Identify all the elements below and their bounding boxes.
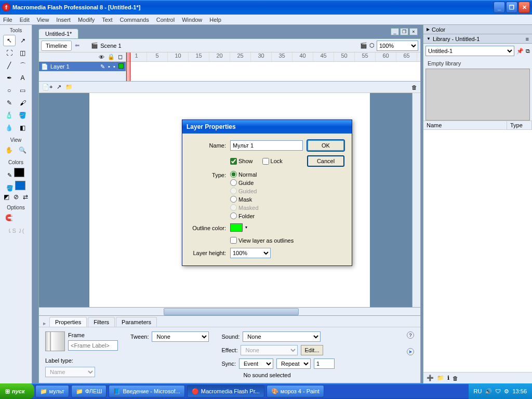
- new-folder-icon[interactable]: 📁: [437, 375, 444, 381]
- edit-symbol-icon[interactable]: ⬡: [369, 42, 375, 49]
- layer-height-select[interactable]: 100%: [230, 248, 271, 258]
- zoom-tool[interactable]: 🔍: [17, 144, 29, 156]
- frame-row[interactable]: [126, 62, 420, 71]
- panel-collapse-icon[interactable]: ▸: [43, 320, 46, 327]
- eye-column-icon[interactable]: 👁: [99, 54, 104, 60]
- no-color-button[interactable]: ⊘: [12, 193, 20, 201]
- type-folder-radio[interactable]: Folder: [230, 212, 303, 219]
- line-tool[interactable]: ╱: [3, 60, 16, 71]
- new-symbol-icon[interactable]: ➕: [427, 375, 434, 381]
- subselection-tool[interactable]: ↗: [17, 35, 29, 46]
- insert-layer-icon[interactable]: 📄+: [42, 84, 52, 90]
- ok-button[interactable]: OK: [307, 140, 344, 151]
- gradient-transform-tool[interactable]: ◫: [17, 47, 29, 59]
- start-button[interactable]: ⊞ пуск: [0, 383, 34, 399]
- library-panel-header[interactable]: ▼ Library - Untitled-1 ≡: [423, 34, 532, 44]
- rectangle-tool[interactable]: ▭: [17, 85, 29, 96]
- scene-name[interactable]: Scene 1: [100, 43, 121, 49]
- type-guide-radio[interactable]: Guide: [230, 179, 303, 186]
- taskbar-item[interactable]: 🎨мороз 4 - Paint: [267, 385, 324, 397]
- color-panel-header[interactable]: ▶ Color: [423, 25, 532, 34]
- timeline-button[interactable]: Timeline: [41, 41, 72, 51]
- ink-bottle-tool[interactable]: 🧴: [3, 110, 16, 121]
- taskbar-item-active[interactable]: 🔴Macromedia Flash Pr...: [187, 385, 264, 397]
- menu-modify[interactable]: Modify: [78, 17, 95, 23]
- close-button[interactable]: ✕: [518, 2, 530, 13]
- fill-color[interactable]: [15, 181, 25, 190]
- layer-name-input[interactable]: [230, 140, 303, 151]
- clock[interactable]: 13:56: [512, 388, 527, 394]
- back-arrow-icon[interactable]: ⬅: [75, 42, 79, 49]
- brush-tool[interactable]: 🖌: [17, 97, 29, 109]
- properties-tab[interactable]: Properties: [49, 317, 87, 327]
- selection-tool[interactable]: ↖: [3, 35, 16, 46]
- eyedropper-tool[interactable]: 💧: [3, 122, 16, 134]
- sync-select[interactable]: Event: [239, 358, 273, 369]
- zoom-select[interactable]: 100%: [377, 41, 418, 51]
- tray-icon[interactable]: ⚙: [504, 388, 509, 395]
- outline-column-icon[interactable]: ◻: [118, 54, 123, 60]
- pen-tool[interactable]: ✒: [3, 72, 16, 84]
- maximize-button[interactable]: ❐: [506, 2, 517, 13]
- menu-window[interactable]: Window: [182, 17, 202, 23]
- horizontal-scrollbar[interactable]: [39, 307, 420, 315]
- oval-tool[interactable]: ○: [3, 85, 16, 96]
- tray-icon[interactable]: 🔊: [485, 388, 492, 395]
- doc-restore-button[interactable]: ❐: [400, 28, 408, 35]
- document-tab[interactable]: Untitled-1*: [38, 29, 78, 38]
- menu-edit[interactable]: Edit: [20, 17, 30, 23]
- tray-icon[interactable]: 🛡: [495, 388, 501, 394]
- frame-label-input[interactable]: [68, 340, 118, 351]
- delete-symbol-icon[interactable]: 🗑: [453, 375, 458, 381]
- lasso-tool[interactable]: ⌒: [17, 60, 29, 71]
- menu-text[interactable]: Text: [102, 17, 112, 23]
- view-as-outlines-checkbox[interactable]: View layer as outlines: [230, 237, 303, 244]
- symbol-properties-icon[interactable]: ℹ: [447, 375, 449, 381]
- smooth-option[interactable]: [17, 212, 29, 223]
- sound-select[interactable]: None: [243, 331, 321, 342]
- hand-tool[interactable]: ✋: [3, 144, 16, 156]
- edit-scene-icon[interactable]: 🎬: [360, 42, 367, 49]
- help-icon[interactable]: ?: [407, 331, 414, 339]
- layer-row[interactable]: 📄 Layer 1 ✎ • •: [39, 62, 126, 71]
- paint-bucket-tool[interactable]: 🪣: [17, 110, 29, 121]
- library-document-select[interactable]: Untitled-1: [425, 46, 514, 56]
- tween-select[interactable]: None: [152, 331, 209, 342]
- type-mask-radio[interactable]: Mask: [230, 196, 303, 203]
- repeat-count-input[interactable]: [314, 358, 335, 369]
- doc-minimize-button[interactable]: _: [391, 28, 399, 35]
- library-col-name[interactable]: Name: [423, 121, 507, 129]
- pencil-tool[interactable]: ✎: [3, 97, 16, 109]
- effect-edit-button[interactable]: Edit...: [301, 345, 323, 355]
- snap-option[interactable]: 🧲: [3, 212, 16, 223]
- panel-menu-icon[interactable]: ≡: [526, 36, 529, 42]
- dialog-title[interactable]: Layer Properties: [182, 120, 352, 134]
- language-indicator[interactable]: RU: [474, 388, 482, 394]
- info-icon[interactable]: ➤: [407, 348, 414, 355]
- taskbar-item[interactable]: 📘Введение - Microsof...: [109, 385, 184, 397]
- system-tray[interactable]: RU 🔊 🛡 ⚙ 13:56: [469, 383, 532, 399]
- menu-commands[interactable]: Commands: [119, 17, 149, 23]
- swap-colors-button[interactable]: ⇄: [21, 193, 30, 201]
- cancel-button[interactable]: Cancel: [307, 155, 344, 167]
- outline-color-swatch[interactable]: [230, 223, 243, 232]
- insert-motion-guide-icon[interactable]: ↗: [57, 84, 61, 90]
- menu-help[interactable]: Help: [209, 17, 221, 23]
- filters-tab[interactable]: Filters: [88, 317, 115, 327]
- lock-column-icon[interactable]: 🔒: [108, 54, 115, 60]
- new-library-icon[interactable]: ⧉: [526, 48, 530, 55]
- text-tool[interactable]: A: [17, 72, 29, 84]
- parameters-tab[interactable]: Parameters: [116, 317, 157, 327]
- doc-close-button[interactable]: ×: [409, 28, 418, 35]
- taskbar-item[interactable]: 📁мульт: [35, 385, 69, 397]
- vertical-scrollbar[interactable]: [412, 93, 420, 307]
- menu-insert[interactable]: Insert: [56, 17, 71, 23]
- menu-file[interactable]: File: [3, 17, 12, 23]
- menu-view[interactable]: View: [37, 17, 49, 23]
- library-col-type[interactable]: Type: [507, 121, 532, 129]
- taskbar-item[interactable]: 📁ФЛЕШ: [71, 385, 107, 397]
- default-colors-button[interactable]: ◩: [3, 193, 11, 201]
- menu-control[interactable]: Control: [156, 17, 175, 23]
- pin-icon[interactable]: 📌: [516, 48, 524, 55]
- eraser-tool[interactable]: ◧: [17, 122, 29, 134]
